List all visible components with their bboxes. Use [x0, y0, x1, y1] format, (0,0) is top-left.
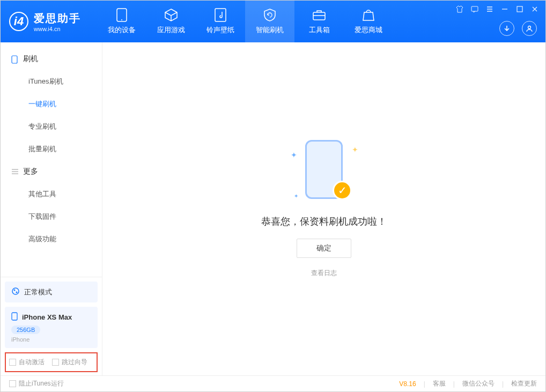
device-info[interactable]: iPhone XS Max 256GB iPhone: [5, 307, 98, 348]
tab-label: 爱思商城: [355, 25, 382, 35]
sidebar-item-other-tools[interactable]: 其他工具: [1, 183, 102, 205]
tab-label: 应用游戏: [157, 25, 185, 35]
download-button[interactable]: [499, 21, 514, 36]
svg-point-1: [121, 19, 122, 20]
minimize-button[interactable]: [500, 5, 509, 13]
mode-indicator[interactable]: 正常模式: [5, 282, 98, 302]
support-link[interactable]: 客服: [433, 379, 446, 388]
device-capacity: 256GB: [11, 326, 40, 334]
success-illustration: ✦ ✦ ✦ ✓: [286, 140, 361, 204]
sidebar-item-advanced[interactable]: 高级功能: [1, 228, 102, 250]
tab-smart-flash[interactable]: 智能刷机: [245, 1, 294, 42]
menu-icon[interactable]: [485, 5, 494, 13]
checkbox-label: 跳过向导: [62, 358, 87, 367]
cube-icon: [164, 8, 178, 22]
svg-rect-3: [313, 12, 325, 20]
sidebar: 刷机 iTunes刷机 一键刷机 专业刷机 批量刷机 更多 其他工具 下载固件 …: [1, 42, 102, 375]
list-icon: [11, 168, 19, 175]
checkbox-icon: [9, 359, 16, 366]
device-type: iPhone: [11, 336, 91, 343]
sidebar-item-pro-flash[interactable]: 专业刷机: [1, 115, 102, 138]
user-button[interactable]: [522, 21, 537, 36]
checkbox-auto-activate[interactable]: 自动激活: [9, 358, 45, 367]
checkbox-icon: [9, 380, 16, 387]
checkbox-block-itunes[interactable]: 阻止iTunes运行: [9, 379, 64, 388]
sidebar-item-download-firmware[interactable]: 下载固件: [1, 205, 102, 228]
separator: |: [453, 380, 455, 388]
check-update-link[interactable]: 检查更新: [511, 379, 537, 388]
tab-label: 我的设备: [108, 25, 136, 35]
svg-rect-4: [471, 6, 478, 11]
version-label: V8.16: [399, 380, 416, 388]
sidebar-bottom: 正常模式 iPhone XS Max 256GB iPhone 自动激活 跳过向…: [1, 277, 102, 375]
device-name: iPhone XS Max: [22, 313, 72, 321]
mode-label: 正常模式: [24, 287, 52, 297]
status-right: V8.16 | 客服 | 微信公众号 | 检查更新: [399, 379, 537, 388]
tab-my-device[interactable]: 我的设备: [97, 1, 146, 42]
checkbox-label: 阻止iTunes运行: [19, 379, 64, 388]
mode-icon: [11, 287, 20, 297]
sidebar-item-one-click-flash[interactable]: 一键刷机: [1, 93, 102, 115]
check-badge-icon: ✓: [333, 181, 352, 200]
highlighted-options: 自动激活 跳过向导: [5, 352, 98, 372]
shirt-icon[interactable]: [455, 5, 464, 13]
app-subtitle: www.i4.cn: [34, 26, 81, 32]
svg-rect-11: [12, 313, 17, 320]
header-actions: [499, 21, 537, 36]
sidebar-group-title: 刷机: [23, 54, 38, 64]
statusbar: 阻止iTunes运行 V8.16 | 客服 | 微信公众号 | 检查更新: [1, 375, 545, 391]
status-left: 阻止iTunes运行: [9, 379, 64, 388]
phone-small-icon: [11, 55, 19, 63]
svg-point-10: [16, 292, 18, 293]
view-log-link[interactable]: 查看日志: [311, 269, 337, 278]
top-tabs: 我的设备 应用游戏 铃声壁纸 智能刷机 工具箱 爱思商城: [97, 1, 393, 42]
sidebar-scroll: 刷机 iTunes刷机 一键刷机 专业刷机 批量刷机 更多 其他工具 下载固件 …: [1, 42, 102, 277]
tab-apps-games[interactable]: 应用游戏: [146, 1, 196, 42]
bag-icon: [361, 8, 375, 22]
shield-refresh-icon: [263, 8, 277, 22]
separator: |: [424, 380, 425, 388]
app-logo-text: 爱思助手 www.i4.cn: [34, 11, 81, 32]
window-controls: [455, 5, 539, 13]
svg-rect-7: [12, 56, 17, 63]
tab-label: 铃声壁纸: [206, 25, 234, 35]
device-icon: [115, 8, 129, 22]
checkbox-label: 自动激活: [19, 358, 45, 367]
tab-label: 工具箱: [309, 25, 330, 35]
maximize-button[interactable]: [515, 5, 524, 13]
sparkle-icon: ✦: [294, 193, 298, 199]
svg-point-8: [12, 288, 19, 294]
svg-point-6: [528, 26, 531, 29]
sidebar-item-itunes-flash[interactable]: iTunes刷机: [1, 70, 102, 93]
feedback-icon[interactable]: [470, 5, 479, 13]
main-content: ✦ ✦ ✦ ✓ 恭喜您，保资料刷机成功啦！ 确定 查看日志: [102, 42, 545, 375]
separator: |: [502, 380, 504, 388]
result-message: 恭喜您，保资料刷机成功啦！: [261, 215, 387, 228]
app-logo-area: i4 爱思助手 www.i4.cn: [9, 11, 81, 32]
sidebar-group-more[interactable]: 更多: [1, 160, 102, 183]
tab-toolbox[interactable]: 工具箱: [294, 1, 344, 42]
titlebar: i4 爱思助手 www.i4.cn 我的设备 应用游戏 铃声壁纸 智能刷机 工具…: [1, 1, 545, 42]
checkbox-icon: [52, 359, 59, 366]
svg-point-9: [14, 290, 16, 291]
toolbox-icon: [312, 8, 326, 22]
tab-ringtone-wallpaper[interactable]: 铃声壁纸: [196, 1, 245, 42]
ok-button[interactable]: 确定: [297, 239, 351, 258]
body: 刷机 iTunes刷机 一键刷机 专业刷机 批量刷机 更多 其他工具 下载固件 …: [1, 42, 545, 375]
device-name-row: iPhone XS Max: [11, 312, 91, 322]
tab-label: 智能刷机: [256, 25, 284, 35]
app-logo-icon: i4: [9, 12, 28, 31]
device-small-icon: [11, 312, 18, 322]
sidebar-group-flash[interactable]: 刷机: [1, 48, 102, 70]
svg-rect-2: [215, 9, 226, 21]
sidebar-group-title: 更多: [23, 167, 38, 176]
close-button[interactable]: [530, 5, 539, 13]
svg-rect-5: [517, 6, 522, 12]
sparkle-icon: ✦: [291, 151, 297, 159]
checkbox-skip-guide[interactable]: 跳过向导: [52, 358, 87, 367]
sidebar-item-batch-flash[interactable]: 批量刷机: [1, 138, 102, 160]
music-file-icon: [213, 8, 227, 22]
wechat-link[interactable]: 微信公众号: [462, 379, 495, 388]
sparkle-icon: ✦: [352, 145, 358, 154]
tab-store[interactable]: 爱思商城: [344, 1, 393, 42]
